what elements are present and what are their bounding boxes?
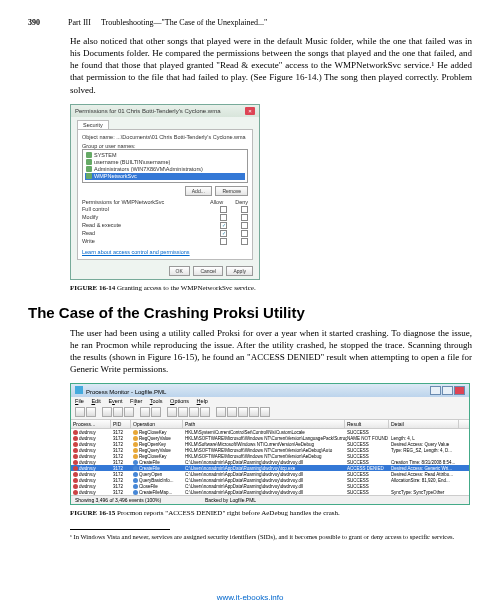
footnote-rule (70, 529, 170, 530)
cancel-button[interactable]: Cancel (193, 266, 223, 276)
page-header: 390 Part III Troubleshooting—"The Case o… (28, 18, 472, 27)
dialog-title: Permissions for 01 Chris Botti-Tenderly'… (75, 108, 221, 114)
list-item: username (BUILTIN\username) (85, 159, 245, 166)
close-icon[interactable]: × (245, 107, 255, 115)
list-item-selected: WMPNetworkSvc (85, 173, 245, 180)
checkbox[interactable] (241, 230, 248, 237)
checkbox-checked[interactable]: ✓ (220, 230, 227, 237)
process-tree-icon[interactable] (178, 407, 188, 417)
registry-toggle-icon[interactable] (216, 407, 226, 417)
event-list[interactable]: dwdrvuy3172RegCloseKeyHKLM\System\Curren… (71, 429, 469, 495)
website-link[interactable]: www.it-ebooks.info (0, 593, 500, 602)
checkbox[interactable] (220, 206, 227, 213)
profiling-toggle-icon[interactable] (260, 407, 270, 417)
menu-file[interactable]: File (75, 398, 84, 404)
paragraph-2: The user had been using a utility called… (70, 327, 472, 376)
table-row[interactable]: dwdrvuy3172QueryOpenC:\Users\nonadmin\Ap… (71, 471, 469, 477)
table-row[interactable]: dwdrvuy3172RegQueryValueHKLM\SOFTWARE\Mi… (71, 447, 469, 453)
list-item: SYSTEM (85, 152, 245, 159)
menu-bar: File Edit Event Filter Tools Options Hel… (71, 397, 469, 405)
add-button[interactable]: Add... (185, 186, 212, 196)
table-row[interactable]: dwdrvuy3172RegQueryValueHKLM\SOFTWARE\Mi… (71, 435, 469, 441)
permissions-grid: Full control Modify Read & execute✓ Read… (82, 206, 248, 245)
header-title: Troubleshooting—"The Case of the Unexpla… (101, 18, 267, 27)
find-icon[interactable] (189, 407, 199, 417)
filter-icon[interactable] (140, 407, 150, 417)
table-row[interactable]: dwdrvuy3172RegOpenKeyHKLM\Software\Micro… (71, 441, 469, 447)
table-row[interactable]: dwdrvuy3172CreateFileC:\Users\nonadmin\A… (71, 459, 469, 465)
checkbox[interactable] (241, 222, 248, 229)
app-icon (75, 386, 83, 394)
procmon-window: Process Monitor - Logfile.PML File Edit … (70, 383, 470, 505)
user-icon (86, 173, 92, 179)
checkbox[interactable] (241, 238, 248, 245)
dialog-titlebar: Permissions for 01 Chris Botti-Tenderly'… (71, 105, 259, 117)
menu-tools[interactable]: Tools (150, 398, 163, 404)
table-row[interactable]: dwdrvuy3172CreateFileMap...C:\Users\nona… (71, 489, 469, 495)
save-icon[interactable] (86, 407, 96, 417)
col-result[interactable]: Result (345, 420, 389, 428)
col-detail[interactable]: Detail (389, 420, 459, 428)
toolbar (71, 405, 469, 420)
checkbox[interactable] (220, 238, 227, 245)
table-row[interactable]: dwdrvuy3172CloseFileC:\Users\nonadmin\Ap… (71, 483, 469, 489)
figure-16-15-caption: FIGURE 16-15 Procmon reports "ACCESS DEN… (70, 509, 472, 517)
procmon-titlebar: Process Monitor - Logfile.PML (71, 384, 469, 397)
checkbox[interactable] (241, 214, 248, 221)
col-pid[interactable]: PID (111, 420, 131, 428)
col-path[interactable]: Path (183, 420, 345, 428)
table-row[interactable]: dwdrvuy3172RegCloseKeyHKLM\SOFTWARE\Micr… (71, 453, 469, 459)
status-bar: Showing 3,496 of 3,496 events (100%) Bac… (71, 495, 469, 504)
object-name-row: Object name: ...\Documents\01 Chris Bott… (82, 134, 248, 140)
include-icon[interactable] (167, 407, 177, 417)
clear-icon[interactable] (124, 407, 134, 417)
apply-button[interactable]: Apply (226, 266, 253, 276)
table-row[interactable]: dwdrvuy3172RegCloseKeyHKLM\System\Curren… (71, 429, 469, 435)
autoscroll-icon[interactable] (113, 407, 123, 417)
ok-button[interactable]: OK (169, 266, 190, 276)
figure-16-14: Permissions for 01 Chris Botti-Tenderly'… (70, 104, 472, 280)
filesystem-toggle-icon[interactable] (227, 407, 237, 417)
list-item: Administrators (WIN7X86VM\Administrators… (85, 166, 245, 173)
network-toggle-icon[interactable] (238, 407, 248, 417)
checkbox[interactable] (220, 214, 227, 221)
figure-16-15: Process Monitor - Logfile.PML File Edit … (70, 383, 472, 505)
menu-event[interactable]: Event (108, 398, 122, 404)
table-row[interactable]: dwdrvuy3172QueryBasicInfo...C:\Users\non… (71, 477, 469, 483)
user-icon (86, 159, 92, 165)
learn-link[interactable]: Learn about access control and permissio… (82, 249, 190, 255)
user-icon (86, 166, 92, 172)
remove-button[interactable]: Remove (215, 186, 248, 196)
security-tab[interactable]: Security (77, 120, 109, 129)
permissions-dialog: Permissions for 01 Chris Botti-Tenderly'… (70, 104, 260, 280)
checkbox-checked[interactable]: ✓ (220, 222, 227, 229)
menu-edit[interactable]: Edit (91, 398, 100, 404)
jump-icon[interactable] (200, 407, 210, 417)
maximize-icon[interactable] (442, 386, 453, 395)
table-row[interactable]: dwdrvuy3172CreateFileC:\Users\nonadmin\A… (71, 465, 469, 471)
open-icon[interactable] (75, 407, 85, 417)
close-icon[interactable] (454, 386, 465, 395)
paragraph-1: He also noticed that other songs that pl… (70, 35, 472, 96)
process-toggle-icon[interactable] (249, 407, 259, 417)
user-list[interactable]: SYSTEM username (BUILTIN\username) Admin… (82, 149, 248, 183)
window-title: Process Monitor - Logfile.PML (86, 389, 166, 395)
menu-options[interactable]: Options (170, 398, 189, 404)
section-heading: The Case of the Crashing Proksi Utility (28, 304, 472, 321)
user-icon (86, 152, 92, 158)
menu-filter[interactable]: Filter (130, 398, 142, 404)
page-number: 390 (28, 18, 58, 27)
highlight-icon[interactable] (151, 407, 161, 417)
col-process[interactable]: Process... (71, 420, 111, 428)
minimize-icon[interactable] (430, 386, 441, 395)
figure-16-14-caption: FIGURE 16-14 Granting access to the WMPN… (70, 284, 472, 292)
col-operation[interactable]: Operation (131, 420, 183, 428)
menu-help[interactable]: Help (197, 398, 208, 404)
capture-icon[interactable] (102, 407, 112, 417)
column-headers: Process... PID Operation Path Result Det… (71, 420, 469, 429)
checkbox[interactable] (241, 206, 248, 213)
permissions-header: Permissions for WMPNetworkSvc AllowDeny (82, 199, 248, 205)
footnote-1: ¹ In Windows Vista and newer, services a… (70, 533, 472, 541)
header-part: Part III (68, 18, 91, 27)
